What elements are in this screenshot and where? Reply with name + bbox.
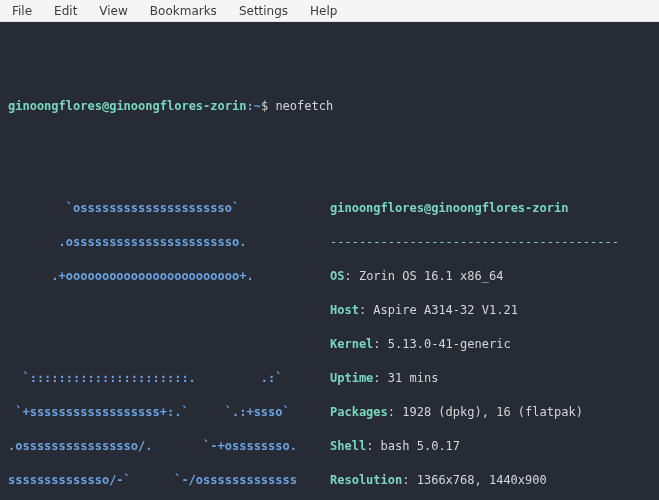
ascii-line: .osssssssssssssssssssssso. xyxy=(8,234,330,251)
info-label: Packages xyxy=(330,405,388,419)
info-label: Host xyxy=(330,303,359,317)
ascii-line xyxy=(8,302,330,319)
info-value: 5.13.0-41-generic xyxy=(388,337,511,351)
info-value: 1366x768, 1440x900 xyxy=(417,473,547,487)
menubar: File Edit View Bookmarks Settings Help xyxy=(0,0,659,22)
prompt-user: ginoongflores xyxy=(8,99,102,113)
menu-view[interactable]: View xyxy=(89,2,137,20)
info-shell: Shell: bash 5.0.17 xyxy=(330,438,659,455)
menu-bookmarks[interactable]: Bookmarks xyxy=(140,2,227,20)
prompt-colon: : xyxy=(246,99,253,113)
ascii-line: ssssssssssssso/-` `-/osssssssssssss xyxy=(8,472,330,489)
info-host: ginoongflores-zorin xyxy=(431,201,568,215)
ascii-line: `+ssssssssssssssssss+:.` `.:+ssso` xyxy=(8,404,330,421)
info-kernel: Kernel: 5.13.0-41-generic xyxy=(330,336,659,353)
info-userhost: ginoongflores@ginoongflores-zorin xyxy=(330,200,659,217)
info-user: ginoongflores xyxy=(330,201,424,215)
info-uptime: Uptime: 31 mins xyxy=(330,370,659,387)
info-label: Shell xyxy=(330,439,366,453)
menu-file[interactable]: File xyxy=(2,2,42,20)
info-label: Kernel xyxy=(330,337,373,351)
info-os: OS: Zorin OS 16.1 x86_64 xyxy=(330,268,659,285)
info-resolution: Resolution: 1366x768, 1440x900 xyxy=(330,472,659,489)
menu-help[interactable]: Help xyxy=(300,2,347,20)
ascii-line: .+oooooooooooooooooooooooo+. xyxy=(8,268,330,285)
neofetch-output: `osssssssssssssssssssso` .osssssssssssss… xyxy=(8,183,651,500)
menu-settings[interactable]: Settings xyxy=(229,2,298,20)
info-value: Zorin OS 16.1 x86_64 xyxy=(359,269,504,283)
menu-edit[interactable]: Edit xyxy=(44,2,87,20)
info-value: bash 5.0.17 xyxy=(381,439,460,453)
info-dashes: ---------------------------------------- xyxy=(330,234,659,251)
info-label: OS xyxy=(330,269,344,283)
ascii-line xyxy=(8,336,330,353)
ascii-art: `osssssssssssssssssssso` .osssssssssssss… xyxy=(8,183,330,500)
prompt-line-1: ginoongflores@ginoongflores-zorin:~$ neo… xyxy=(8,98,651,115)
info-packages: Packages: 1928 (dpkg), 16 (flatpak) xyxy=(330,404,659,421)
prompt-path: ~ xyxy=(254,99,261,113)
info-value: 31 mins xyxy=(388,371,439,385)
info-label: Uptime xyxy=(330,371,373,385)
info-host-row: Host: Aspire A314-32 V1.21 xyxy=(330,302,659,319)
ascii-line: .ossssssssssssssso/. `-+ossssssso. xyxy=(8,438,330,455)
terminal-viewport[interactable]: ginoongflores@ginoongflores-zorin:~$ neo… xyxy=(0,22,659,500)
info-label: Resolution xyxy=(330,473,402,487)
info-value: Aspire A314-32 V1.21 xyxy=(373,303,518,317)
command-neofetch: neofetch xyxy=(275,99,333,113)
system-info: ginoongflores@ginoongflores-zorin ------… xyxy=(330,183,659,500)
info-value: 1928 (dpkg), 16 (flatpak) xyxy=(402,405,583,419)
prompt-host: ginoongflores-zorin xyxy=(109,99,246,113)
ascii-line: `::::::::::::::::::::::. .:` xyxy=(8,370,330,387)
ascii-line: `osssssssssssssssssssso` xyxy=(8,200,330,217)
